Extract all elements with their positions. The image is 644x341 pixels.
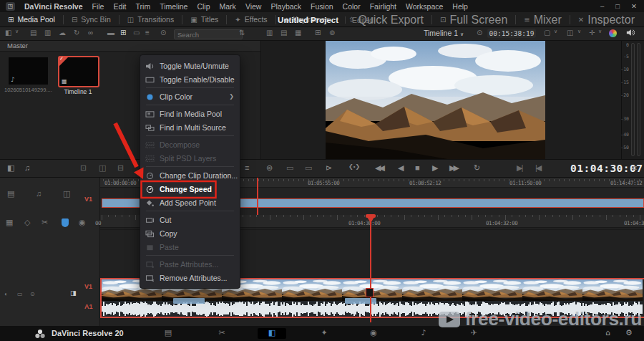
zoom-mode-icon[interactable]: ✛ <box>589 29 595 37</box>
mixer-sliders-icon[interactable]: ≡ <box>245 163 249 172</box>
chevron-down-icon[interactable]: ∨ <box>15 29 19 34</box>
menu-item-toggle-mute-unmute[interactable]: Toggle Mute/Unmute <box>140 59 240 72</box>
color-wheel-icon[interactable] <box>609 29 617 37</box>
thumbnail-view-icon[interactable]: ⊞ <box>120 29 126 37</box>
menubar-item-trim[interactable]: Trim <box>136 2 151 11</box>
menu-item-toggle-enable-disable[interactable]: Toggle Enable/Disable <box>140 72 240 86</box>
chevron-down-icon[interactable]: ∨ <box>554 29 557 34</box>
tab-titles[interactable]: ▣Titles <box>182 12 226 27</box>
menubar-item-timeline[interactable]: Timeline <box>160 2 187 11</box>
insert-clip-icon[interactable]: ⊡ <box>80 163 87 173</box>
tape-view-icon[interactable]: ▦ <box>295 29 301 37</box>
overwrite-clip-icon[interactable]: ◫ <box>99 163 106 173</box>
timeline-list-icon[interactable]: ▤ <box>7 189 14 198</box>
menu-item-change-speed[interactable]: Change Speed <box>140 182 240 196</box>
selection-mode-icon[interactable]: ◧ <box>7 163 14 173</box>
menu-item-copy[interactable]: Copy <box>140 226 240 240</box>
menubar-item-edit[interactable]: Edit <box>113 2 126 11</box>
track-lock-icon[interactable]: ◐ <box>4 291 8 297</box>
menu-item-add-speed-point[interactable]: Add Speed Point <box>140 196 240 209</box>
bin-header[interactable]: Master <box>0 41 260 52</box>
sync-icon[interactable]: ↻ <box>74 29 79 37</box>
timeline-view-icon[interactable]: ▦ <box>6 218 13 227</box>
menubar-item-help[interactable]: Help <box>452 2 468 11</box>
panel-toggle-icon[interactable]: ◧ <box>5 29 11 37</box>
import-media-icon[interactable]: ▤ <box>30 29 36 37</box>
grid-icon[interactable]: ⊞ <box>315 29 321 37</box>
tab-sync-bin[interactable]: ⊟Sync Bin <box>64 12 119 27</box>
play-reverse-button[interactable]: ◀ <box>398 163 404 173</box>
menu-item-remove-attributes[interactable]: Remove Attributes... <box>140 271 240 284</box>
cloud-icon[interactable]: ☁ <box>59 29 66 37</box>
menu-item-clip-color[interactable]: Clip Color❯ <box>140 90 240 103</box>
speaker-icon[interactable] <box>626 29 635 38</box>
tag-icon[interactable]: ⊙ <box>160 29 166 37</box>
chevron-down-icon[interactable]: ∨ <box>577 29 581 34</box>
import-folder-icon[interactable]: ▥ <box>44 29 51 37</box>
review-zoom-icon[interactable]: ▭ <box>305 163 312 173</box>
page-fusion-icon[interactable]: ✦ <box>310 328 338 339</box>
media-clip-timeline[interactable]: ✓ ▦ <box>58 56 99 87</box>
tab-inspector[interactable]: ✕Inspector <box>570 12 643 27</box>
output-mode-icon[interactable]: ▢ <box>544 29 550 37</box>
track-mute-icon[interactable]: ◨ <box>70 289 77 297</box>
play-button[interactable]: ▶ <box>432 163 438 173</box>
tab-mixer[interactable]: ≡Mixer <box>516 12 570 27</box>
menubar-item-view[interactable]: View <box>245 2 262 11</box>
video-preview[interactable] <box>326 41 545 159</box>
maximize-button[interactable]: □ <box>615 2 620 10</box>
strip-view-icon[interactable]: ▭ <box>133 29 140 37</box>
clip-view-icon[interactable]: ▥ <box>266 29 273 37</box>
timeline-selector[interactable]: Timeline 1 ∨ <box>401 29 487 37</box>
page-color-icon[interactable]: ◉ <box>359 328 388 339</box>
first-frame-button[interactable]: ◀◀ <box>375 163 383 173</box>
playhead-pin[interactable] <box>366 215 376 223</box>
overview-playhead[interactable] <box>257 178 258 215</box>
list-view-icon[interactable]: ≡ <box>145 29 150 37</box>
menu-item-find-in-multi-source[interactable]: Find in Multi Source <box>140 120 240 134</box>
audio-view-icon[interactable]: ◇ <box>24 218 30 227</box>
tab-quick-export[interactable]: ⇧Quick Export <box>341 12 431 27</box>
menubar-item-color[interactable]: Color <box>343 2 361 11</box>
chevron-down-icon[interactable]: ∨ <box>598 29 602 34</box>
tab-transitions[interactable]: ◫Transitions <box>119 12 182 27</box>
search-input[interactable] <box>174 29 243 39</box>
video-track-label[interactable]: V1 <box>84 283 92 290</box>
page-cut-icon[interactable]: ✂ <box>208 328 236 339</box>
filmstrip-view-icon[interactable]: ▬ <box>107 29 114 37</box>
audio-options-icon[interactable]: ♫ <box>36 189 42 198</box>
next-marker-button[interactable]: ▶| <box>517 163 522 173</box>
layers-icon[interactable]: ◫ <box>567 29 573 37</box>
audio-trim-icon[interactable]: ♫ <box>24 163 30 172</box>
source-timecode[interactable]: 00:15:38:19 <box>487 29 536 38</box>
track-enable-icon[interactable]: ▭ <box>17 291 23 297</box>
app-logo-icon[interactable]: ◳ <box>6 2 15 11</box>
timeline-playhead[interactable] <box>370 215 371 322</box>
relink-icon[interactable]: ∞ <box>88 29 93 37</box>
menubar-item-file[interactable]: File <box>92 2 104 11</box>
sort-icon[interactable]: ⇅ <box>239 29 245 37</box>
page-fairlight-icon[interactable]: ♪ <box>409 328 438 339</box>
tab-full-screen[interactable]: ⊡Full Screen <box>432 12 515 27</box>
flag-markers-icon[interactable]: ◉ <box>79 218 86 227</box>
timeline-options-icon[interactable]: ≡ <box>633 163 637 172</box>
media-clip-audio[interactable]: ♪ <box>9 57 48 85</box>
prev-marker-button[interactable]: |◀ <box>535 163 540 173</box>
menubar-item-clip[interactable]: Clip <box>197 2 210 11</box>
menubar-item-workspace[interactable]: Workspace <box>406 2 443 11</box>
tab-media-pool[interactable]: ⊞Media Pool <box>0 12 63 27</box>
record-loop-icon[interactable]: ❮•❯ <box>348 163 360 170</box>
menubar-item-playback[interactable]: Playback <box>270 2 301 11</box>
menu-item-find-in-media-pool[interactable]: Find in Media Pool <box>140 107 240 120</box>
menu-item-cut[interactable]: Cut <box>140 213 240 226</box>
page-edit-icon[interactable]: ◧ <box>258 328 286 339</box>
audio-track-label[interactable]: A1 <box>84 303 93 310</box>
replace-clip-icon[interactable]: ⊟ <box>117 163 124 173</box>
menu-item-change-clip-duration[interactable]: Change Clip Duration... <box>140 168 240 182</box>
user-icon[interactable]: ⊚ <box>329 29 335 37</box>
snapping-icon[interactable] <box>62 218 69 227</box>
clip-link-icon[interactable]: ◫ <box>63 189 70 198</box>
voiceover-mic-icon[interactable]: ⊚ <box>266 163 273 173</box>
minimize-button[interactable]: – <box>600 2 604 10</box>
menubar-item-fairlight[interactable]: Fairlight <box>370 2 396 11</box>
